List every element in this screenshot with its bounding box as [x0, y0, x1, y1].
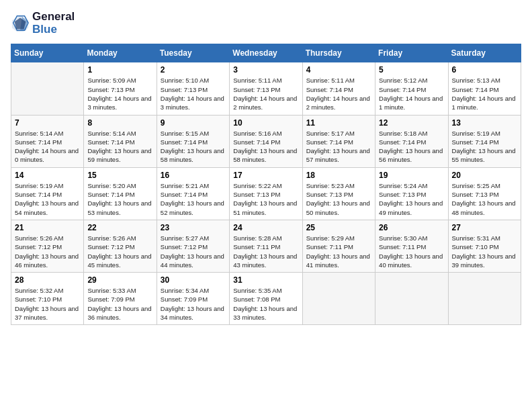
day-info: Sunrise: 5:34 AMSunset: 7:09 PMDaylight:… [161, 286, 226, 322]
day-info: Sunrise: 5:24 AMSunset: 7:13 PMDaylight:… [379, 181, 444, 217]
day-number: 27 [452, 223, 517, 232]
day-cell: 8 Sunrise: 5:14 AMSunset: 7:14 PMDayligh… [84, 115, 157, 167]
day-number: 9 [161, 118, 226, 128]
header-cell-wednesday: Wednesday [230, 44, 302, 62]
day-info: Sunrise: 5:25 AMSunset: 7:13 PMDaylight:… [452, 181, 517, 217]
day-number: 2 [161, 65, 226, 75]
day-cell: 17 Sunrise: 5:22 AMSunset: 7:13 PMDaylig… [230, 167, 302, 220]
day-number: 4 [306, 65, 371, 75]
day-number: 8 [87, 118, 152, 128]
header-cell-thursday: Thursday [302, 44, 375, 62]
day-info: Sunrise: 5:27 AMSunset: 7:12 PMDaylight:… [161, 234, 226, 269]
page-header: General Blue [11, 11, 521, 36]
day-info: Sunrise: 5:14 AMSunset: 7:14 PMDaylight:… [15, 129, 80, 165]
day-info: Sunrise: 5:14 AMSunset: 7:14 PMDaylight:… [87, 129, 152, 165]
day-cell: 27 Sunrise: 5:31 AMSunset: 7:10 PMDaylig… [448, 220, 521, 272]
day-info: Sunrise: 5:23 AMSunset: 7:13 PMDaylight:… [306, 181, 371, 217]
day-number: 10 [233, 118, 298, 128]
day-number: 14 [15, 171, 80, 180]
day-info: Sunrise: 5:31 AMSunset: 7:10 PMDaylight:… [452, 234, 517, 269]
week-row-1: 1 Sunrise: 5:09 AMSunset: 7:13 PMDayligh… [11, 62, 521, 115]
calendar-table: SundayMondayTuesdayWednesdayThursdayFrid… [11, 44, 521, 325]
day-cell: 26 Sunrise: 5:30 AMSunset: 7:11 PMDaylig… [375, 220, 448, 272]
day-cell: 25 Sunrise: 5:29 AMSunset: 7:11 PMDaylig… [302, 220, 375, 272]
header-cell-tuesday: Tuesday [157, 44, 229, 62]
day-info: Sunrise: 5:32 AMSunset: 7:10 PMDaylight:… [15, 286, 80, 322]
day-number: 5 [379, 65, 444, 75]
day-info: Sunrise: 5:20 AMSunset: 7:14 PMDaylight:… [87, 181, 152, 217]
day-info: Sunrise: 5:10 AMSunset: 7:13 PMDaylight:… [161, 76, 226, 111]
day-cell [448, 273, 521, 325]
header-cell-friday: Friday [375, 44, 448, 62]
day-cell: 10 Sunrise: 5:16 AMSunset: 7:14 PMDaylig… [230, 115, 302, 167]
day-number: 12 [379, 118, 444, 128]
day-cell: 13 Sunrise: 5:19 AMSunset: 7:14 PMDaylig… [448, 115, 521, 167]
day-number: 23 [161, 223, 226, 232]
day-info: Sunrise: 5:19 AMSunset: 7:14 PMDaylight:… [15, 181, 80, 217]
day-cell: 14 Sunrise: 5:19 AMSunset: 7:14 PMDaylig… [11, 167, 84, 220]
day-number: 26 [379, 223, 444, 232]
day-cell: 23 Sunrise: 5:27 AMSunset: 7:12 PMDaylig… [157, 220, 229, 272]
logo-icon [11, 14, 30, 33]
day-cell: 29 Sunrise: 5:33 AMSunset: 7:09 PMDaylig… [84, 273, 157, 325]
day-number: 3 [233, 65, 298, 75]
day-info: Sunrise: 5:11 AMSunset: 7:14 PMDaylight:… [306, 76, 371, 111]
day-cell: 16 Sunrise: 5:21 AMSunset: 7:14 PMDaylig… [157, 167, 229, 220]
day-number: 13 [452, 118, 517, 128]
day-cell [375, 273, 448, 325]
day-info: Sunrise: 5:22 AMSunset: 7:13 PMDaylight:… [233, 181, 298, 217]
day-info: Sunrise: 5:09 AMSunset: 7:13 PMDaylight:… [87, 76, 152, 111]
day-number: 15 [87, 171, 152, 180]
day-info: Sunrise: 5:30 AMSunset: 7:11 PMDaylight:… [379, 234, 444, 269]
day-number: 20 [452, 171, 517, 180]
day-cell: 15 Sunrise: 5:20 AMSunset: 7:14 PMDaylig… [84, 167, 157, 220]
day-info: Sunrise: 5:29 AMSunset: 7:11 PMDaylight:… [306, 234, 371, 269]
header-cell-sunday: Sunday [11, 44, 84, 62]
logo-text: General Blue [32, 11, 75, 36]
day-info: Sunrise: 5:26 AMSunset: 7:12 PMDaylight:… [15, 234, 80, 269]
header-row: SundayMondayTuesdayWednesdayThursdayFrid… [11, 44, 521, 62]
day-info: Sunrise: 5:11 AMSunset: 7:13 PMDaylight:… [233, 76, 298, 111]
day-cell: 18 Sunrise: 5:23 AMSunset: 7:13 PMDaylig… [302, 167, 375, 220]
day-info: Sunrise: 5:26 AMSunset: 7:12 PMDaylight:… [87, 234, 152, 269]
day-info: Sunrise: 5:18 AMSunset: 7:14 PMDaylight:… [379, 129, 444, 165]
header-cell-monday: Monday [84, 44, 157, 62]
day-cell: 11 Sunrise: 5:17 AMSunset: 7:14 PMDaylig… [302, 115, 375, 167]
day-info: Sunrise: 5:35 AMSunset: 7:08 PMDaylight:… [233, 286, 298, 322]
header-cell-saturday: Saturday [448, 44, 521, 62]
week-row-3: 14 Sunrise: 5:19 AMSunset: 7:14 PMDaylig… [11, 167, 521, 220]
day-cell: 2 Sunrise: 5:10 AMSunset: 7:13 PMDayligh… [157, 62, 229, 115]
day-number: 31 [233, 275, 298, 285]
day-cell: 5 Sunrise: 5:12 AMSunset: 7:14 PMDayligh… [375, 62, 448, 115]
day-info: Sunrise: 5:21 AMSunset: 7:14 PMDaylight:… [161, 181, 226, 217]
day-cell: 30 Sunrise: 5:34 AMSunset: 7:09 PMDaylig… [157, 273, 229, 325]
day-number: 1 [87, 65, 152, 75]
week-row-2: 7 Sunrise: 5:14 AMSunset: 7:14 PMDayligh… [11, 115, 521, 167]
day-number: 25 [306, 223, 371, 232]
day-cell [11, 62, 84, 115]
day-cell: 31 Sunrise: 5:35 AMSunset: 7:08 PMDaylig… [230, 273, 302, 325]
day-number: 6 [452, 65, 517, 75]
day-info: Sunrise: 5:33 AMSunset: 7:09 PMDaylight:… [87, 286, 152, 322]
day-number: 24 [233, 223, 298, 232]
day-number: 17 [233, 171, 298, 180]
day-cell: 4 Sunrise: 5:11 AMSunset: 7:14 PMDayligh… [302, 62, 375, 115]
day-number: 28 [15, 275, 80, 285]
day-cell [302, 273, 375, 325]
day-number: 21 [15, 223, 80, 232]
week-row-5: 28 Sunrise: 5:32 AMSunset: 7:10 PMDaylig… [11, 273, 521, 325]
day-cell: 19 Sunrise: 5:24 AMSunset: 7:13 PMDaylig… [375, 167, 448, 220]
day-number: 29 [87, 275, 152, 285]
day-info: Sunrise: 5:13 AMSunset: 7:14 PMDaylight:… [452, 76, 517, 111]
day-cell: 21 Sunrise: 5:26 AMSunset: 7:12 PMDaylig… [11, 220, 84, 272]
day-cell: 9 Sunrise: 5:15 AMSunset: 7:14 PMDayligh… [157, 115, 229, 167]
day-info: Sunrise: 5:28 AMSunset: 7:11 PMDaylight:… [233, 234, 298, 269]
day-info: Sunrise: 5:16 AMSunset: 7:14 PMDaylight:… [233, 129, 298, 165]
day-info: Sunrise: 5:15 AMSunset: 7:14 PMDaylight:… [161, 129, 226, 165]
day-cell: 7 Sunrise: 5:14 AMSunset: 7:14 PMDayligh… [11, 115, 84, 167]
day-cell: 24 Sunrise: 5:28 AMSunset: 7:11 PMDaylig… [230, 220, 302, 272]
day-number: 11 [306, 118, 371, 128]
day-number: 18 [306, 171, 371, 180]
day-cell: 22 Sunrise: 5:26 AMSunset: 7:12 PMDaylig… [84, 220, 157, 272]
logo: General Blue [11, 11, 75, 36]
